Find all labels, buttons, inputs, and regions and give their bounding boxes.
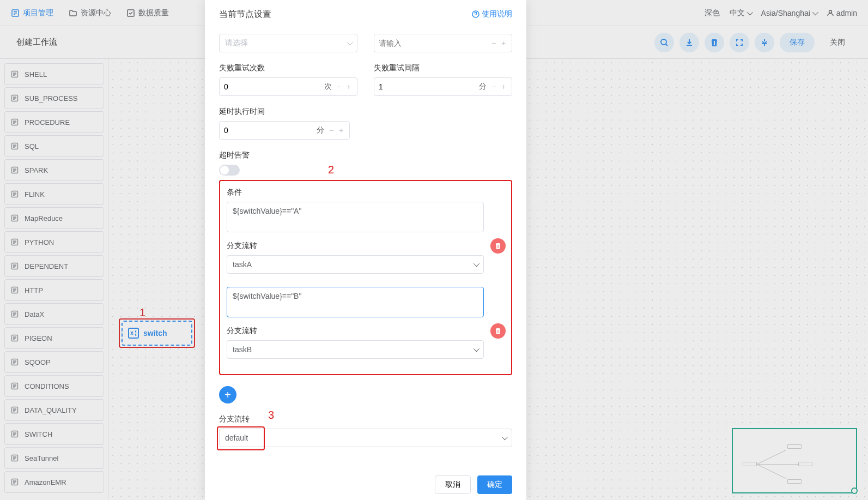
switch-node-label: switch [143, 329, 167, 338]
task-type-python[interactable]: PYTHON [4, 231, 104, 253]
plus-icon[interactable]: + [337, 126, 345, 135]
task-type-icon [10, 214, 19, 222]
help-link[interactable]: 使用说明 [472, 9, 512, 19]
delay-field[interactable] [224, 126, 313, 135]
task-type-icon [10, 262, 19, 270]
chevron-down-icon [812, 9, 818, 15]
nav-project[interactable]: 项目管理 [11, 8, 53, 18]
timeout-label: 超时告警 [219, 150, 512, 160]
cancel-button[interactable]: 取消 [435, 475, 471, 494]
task-type-label: SWITCH [25, 430, 52, 438]
drawer-header: 当前节点设置 使用说明 [205, 0, 526, 28]
retry-interval-unit: 分 [479, 82, 487, 92]
branch-select-1[interactable]: taskB [227, 340, 484, 359]
switch-node[interactable]: switch [122, 321, 192, 346]
task-type-icon [10, 430, 19, 438]
minimap-node [798, 462, 812, 466]
theme-toggle[interactable]: 深色 [705, 8, 720, 18]
confirm-button[interactable]: 确定 [477, 475, 512, 494]
task-type-seatunnel[interactable]: SeaTunnel [4, 447, 104, 469]
task-type-sqoop[interactable]: SQOOP [4, 351, 104, 373]
task-type-pigeon[interactable]: PIGEON [4, 327, 104, 349]
drawer-body: 请选择 − + 失败重试次数 次 [205, 28, 526, 469]
close-button[interactable]: 关闭 [820, 33, 855, 52]
annotation-marker-3: 3 [268, 409, 274, 421]
task-type-amazonemr[interactable]: AmazonEMR [4, 471, 104, 493]
task-type-label: CONDITIONS [25, 382, 69, 390]
nav-resource-label: 资源中心 [81, 8, 111, 18]
delete-condition-1[interactable] [490, 323, 506, 339]
nav-left: 项目管理 资源中心 数据质量 [11, 8, 169, 18]
add-condition-button[interactable]: + [219, 386, 236, 403]
minus-icon[interactable]: − [490, 39, 497, 47]
task-type-http[interactable]: HTTP [4, 279, 104, 301]
delay-input[interactable]: 分 − + [219, 121, 350, 140]
task-type-sidebar: SHELLSUB_PROCESSPROCEDURESQLSPARKFLINKMa… [0, 59, 109, 500]
default-branch-label: 分支流转 [219, 414, 512, 424]
task-type-icon [10, 118, 19, 126]
task-type-sub_process[interactable]: SUB_PROCESS [4, 87, 104, 109]
minus-icon[interactable]: − [327, 126, 335, 135]
quality-icon [126, 9, 135, 17]
retry-interval-field[interactable] [379, 82, 476, 91]
nav-data-quality[interactable]: 数据质量 [126, 8, 169, 18]
minus-icon[interactable]: − [335, 82, 343, 91]
task-type-flink[interactable]: FLINK [4, 183, 104, 205]
svg-point-3 [661, 39, 666, 45]
task-type-icon [10, 334, 19, 342]
retry-count-field[interactable] [224, 82, 321, 91]
retry-interval-input[interactable]: 分 − + [374, 77, 512, 96]
delay-label: 延时执行时间 [219, 107, 350, 117]
top-input[interactable]: − + [374, 34, 512, 52]
branch-select-0[interactable]: taskA [227, 255, 484, 274]
task-type-conditions[interactable]: CONDITIONS [4, 375, 104, 397]
page-title: 创建工作流 [16, 37, 57, 47]
chevron-down-icon [347, 39, 353, 45]
task-type-sql[interactable]: SQL [4, 135, 104, 157]
task-type-label: DEPENDENT [25, 262, 68, 270]
minimap-edge [757, 464, 799, 465]
search-button[interactable] [654, 33, 674, 52]
condition-expr-0[interactable]: ${switchValue}=="A" [227, 202, 484, 232]
task-type-label: SUB_PROCESS [25, 94, 78, 103]
task-type-label: MapReduce [25, 214, 63, 222]
retry-count-input[interactable]: 次 − + [219, 77, 357, 96]
fullscreen-button[interactable] [730, 33, 749, 52]
chevron-down-icon [474, 346, 479, 352]
plus-icon[interactable]: + [345, 82, 353, 91]
task-type-procedure[interactable]: PROCEDURE [4, 111, 104, 133]
task-type-icon [10, 94, 19, 103]
task-type-datax[interactable]: DataX [4, 303, 104, 325]
task-type-shell[interactable]: SHELL [4, 63, 104, 85]
download-button[interactable] [679, 33, 699, 52]
task-type-switch[interactable]: SWITCH [4, 423, 104, 445]
condition-expr-1[interactable]: ${switchValue}=="B" [227, 287, 484, 317]
timezone-select[interactable]: Asia/Shanghai [761, 9, 817, 17]
task-type-dependent[interactable]: DEPENDENT [4, 255, 104, 277]
retry-interval-label: 失败重试间隔 [374, 63, 512, 73]
plus-icon[interactable]: + [500, 39, 507, 47]
timeout-toggle[interactable] [219, 165, 240, 176]
top-select[interactable]: 请选择 [219, 34, 357, 52]
format-button[interactable] [755, 33, 774, 52]
delay-unit: 分 [317, 125, 324, 135]
user-menu[interactable]: admin [827, 9, 857, 17]
task-type-label: PYTHON [25, 238, 54, 246]
default-branch-select[interactable]: default [219, 429, 512, 447]
top-input-field[interactable] [379, 39, 490, 47]
nav-resource[interactable]: 资源中心 [69, 8, 111, 18]
toolbar: 保存 关闭 [654, 33, 855, 52]
save-button[interactable]: 保存 [780, 33, 815, 52]
task-type-data_quality[interactable]: DATA_QUALITY [4, 399, 104, 421]
branch-label-1: 分支流转 [227, 326, 484, 336]
task-type-mapreduce[interactable]: MapReduce [4, 207, 104, 229]
chevron-down-icon [502, 434, 508, 440]
delete-condition-0[interactable] [490, 238, 506, 254]
task-type-spark[interactable]: SPARK [4, 159, 104, 181]
minimap[interactable] [732, 428, 857, 493]
chevron-down-icon [474, 261, 479, 267]
plus-icon[interactable]: + [500, 82, 507, 91]
delete-button[interactable] [705, 33, 724, 52]
language-select[interactable]: 中文 [730, 8, 751, 18]
minus-icon[interactable]: − [490, 82, 497, 91]
